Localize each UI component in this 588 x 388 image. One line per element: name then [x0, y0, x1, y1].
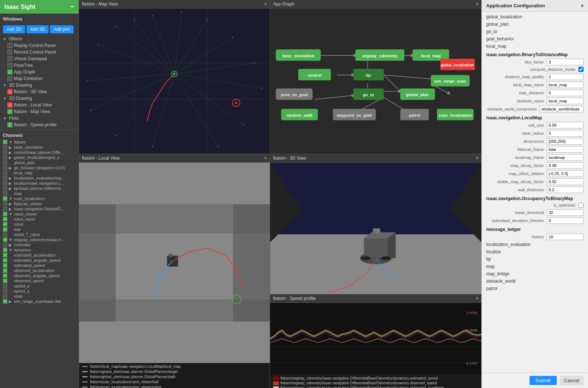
channel-state[interactable]: ▶ state [0, 294, 79, 299]
channel-localize[interactable]: ▶ localize/isaac.navigation.LocalizeB [0, 181, 79, 186]
sidebar-item-gamepad[interactable]: Virtual Gamepad [0, 55, 79, 62]
channel-robot[interactable]: ✓ ▶ robot [0, 222, 79, 227]
channel-robot-mesh[interactable]: ✓ ▶ robot_mesh [0, 217, 79, 222]
visible-decay-input[interactable] [547, 178, 584, 185]
map-decay-factor-input[interactable] [547, 162, 584, 169]
clear-radius-input[interactable] [547, 130, 584, 137]
legend-color [81, 380, 89, 384]
app-graph-close[interactable]: × [476, 1, 478, 7]
speed-close[interactable]: × [476, 296, 478, 301]
cancel-button[interactable]: Cancel [560, 376, 584, 385]
compute-distance-checkbox[interactable] [578, 67, 584, 72]
sidebar-section-2d[interactable]: ▼ 2D Drawing [0, 95, 79, 102]
channel-map[interactable]: ▶ map [0, 191, 79, 196]
local-canvas[interactable] [79, 163, 270, 363]
local-view-close[interactable]: × [264, 156, 267, 161]
std-dev-input[interactable] [547, 217, 584, 224]
dimensions-input[interactable] [547, 138, 584, 145]
local-map-name-input[interactable] [547, 81, 584, 88]
config-item-map-bridge[interactable]: map_bridge [482, 270, 588, 278]
channel-est-acc[interactable]: ✓ ▶ estimated_acceleration [0, 253, 79, 258]
channel-obs-acc[interactable]: ✓ ▶ observed_acceleration [0, 268, 79, 273]
sidebar-item-appgraph[interactable]: ✓ App Graph [0, 69, 79, 75]
map-offset-input[interactable] [547, 170, 584, 177]
config-item-localize[interactable]: localize [482, 248, 588, 255]
channel-dynamics[interactable]: ✓ ▼ dynamics [0, 247, 79, 253]
channel-global-loc[interactable]: ▶ global_localization/grid_search_loc [0, 155, 79, 160]
cell-size-input[interactable] [547, 122, 584, 128]
sidebar-section-3d[interactable]: ▼ 3D Drawing [0, 82, 79, 88]
localmap-frame-input[interactable] [547, 154, 584, 161]
speed-canvas[interactable]: 0.6936 0.2545 -0.1747 [270, 303, 481, 374]
distance-map-quality-input[interactable] [547, 73, 584, 80]
view3d-canvas[interactable] [270, 163, 481, 294]
map-canvas[interactable] [79, 8, 270, 154]
channel-robot-viewer[interactable]: ✓ ▼ robot_viewer [0, 211, 79, 217]
config-item-patrol[interactable]: patrol [482, 285, 588, 292]
config-item-global-loc[interactable]: global_localization [482, 13, 588, 21]
channel-world-t-robot[interactable]: ▶ world_T_robot [0, 232, 79, 237]
config-item-global-plan[interactable]: global_plan [482, 21, 588, 28]
channel-global-plan[interactable]: ▶ global_plan [0, 160, 79, 165]
channel-trail[interactable]: ✓ ▶ trail [0, 227, 79, 232]
config-item-goto[interactable]: go_to [482, 28, 588, 35]
channel-flatsim[interactable]: ✓ ▼ flatsim [0, 139, 79, 145]
sidebar-item-replay[interactable]: Replay Control Panel [0, 42, 79, 49]
channel-est-ang[interactable]: ✓ ▶ estimated_angular_speed [0, 258, 79, 263]
channel-goto[interactable]: ▶ go_to/isaac.navigation.GoTo [0, 165, 79, 170]
config-item-obstacle-world[interactable]: obstacle_world [482, 278, 588, 285]
map-view-body[interactable] [79, 8, 270, 154]
channel-base-sim[interactable]: ▶ base_simulation [0, 145, 79, 150]
sidebar-item-posetree[interactable]: PoseTree [0, 62, 79, 69]
max-distance-input[interactable] [547, 90, 584, 96]
channel-local-map[interactable]: ▶ local_map [0, 170, 79, 175]
sidebar-item-record[interactable]: Record Control Panel [0, 49, 79, 55]
obstacle-world-input[interactable] [539, 106, 584, 112]
channel-segway[interactable]: ✓ ▼ segway_odometry/isaac.navigatio [0, 237, 79, 242]
channel-controller[interactable]: ▶ controller [0, 242, 79, 247]
config-item-local-map[interactable]: local_map [482, 43, 588, 50]
local-view-body[interactable] [79, 163, 270, 363]
history-input[interactable] [547, 233, 584, 240]
svg-text:segway_odometry: segway_odometry [362, 54, 398, 58]
mean-threshold-input[interactable] [547, 209, 584, 216]
channel-lqr[interactable]: ▶ lqr/isaac.planner.DifferentialBaseL [0, 186, 79, 191]
config-item-goal-behavior[interactable]: goal_behavior [482, 35, 588, 43]
channel-obs-speed[interactable]: ✓ ▶ observed_speed [0, 278, 79, 283]
sidebar-item-mapcontainer[interactable]: Map Container [0, 75, 79, 82]
sidebar-section-plots[interactable]: ▼ Plots [0, 115, 79, 122]
map-view-close[interactable]: × [264, 1, 267, 7]
channel-speed-p[interactable]: ▶ speed_p [0, 283, 79, 289]
view3d-close[interactable]: × [476, 156, 478, 161]
channel-control[interactable]: ▶ control/isaac.planner.DifferentialBa [0, 150, 79, 155]
view3d-body[interactable] [270, 163, 481, 294]
channel-speed-q[interactable]: ▶ speed_q [0, 289, 79, 294]
wall-thickness-input[interactable] [547, 186, 584, 193]
channel-loc-eval[interactable]: ▶ localization_evaluation/isaac.navig [0, 175, 79, 181]
channel-obs-ang[interactable]: ✓ ▶ observed_angular_speed [0, 273, 79, 278]
sidebar-section-others[interactable]: ▼ Others [0, 36, 79, 42]
config-item-map[interactable]: map [482, 263, 588, 270]
submit-button[interactable]: Submit [530, 376, 556, 385]
sidebar-item-speedprofile[interactable]: ✓ flatsim - Speed profile [0, 122, 79, 128]
app-graph-body[interactable]: base_simulation segway_odometry local_ma… [270, 8, 481, 154]
channel-est-speed[interactable]: ✓ ▶ estimated_speed [0, 263, 79, 268]
sidebar-item-localview[interactable]: ⊙ flatsim - Local View [0, 102, 79, 108]
add-2d-button[interactable]: Add 2D [3, 25, 25, 33]
blur-factor-input[interactable] [547, 59, 584, 65]
add-plot-button[interactable]: Add plot [50, 25, 74, 33]
config-item-loc-eval[interactable]: localization_evaluation [482, 241, 588, 248]
obstacle-name-input[interactable] [547, 98, 584, 104]
sidebar-item-mapview[interactable]: ✓ flatsim - Map View [0, 108, 79, 115]
config-close[interactable]: × [581, 3, 584, 8]
channel-sim-range[interactable]: ✓ ▶ sim_range_scan/isaac.flatsim.SimRang [0, 299, 79, 304]
sidebar-item-3dview[interactable]: ⊙ flatsim - 3D View [0, 88, 79, 95]
channel-particle-filter[interactable]: ▶ isaac.navigation.ParticleFilterL [0, 206, 79, 211]
flatscan-frame-input[interactable] [547, 146, 584, 153]
config-item-lqr[interactable]: lqr [482, 255, 588, 263]
channel-flatscan-viewer[interactable]: ▶ flatscan_viewer [0, 201, 79, 206]
channel-scan-loc[interactable]: ✓ ▼ scan_localization [0, 196, 79, 201]
add-3d-button[interactable]: Add 3D [26, 25, 49, 33]
is-optimistic-checkbox[interactable] [578, 203, 584, 208]
minimize-button[interactable]: − [70, 3, 74, 11]
